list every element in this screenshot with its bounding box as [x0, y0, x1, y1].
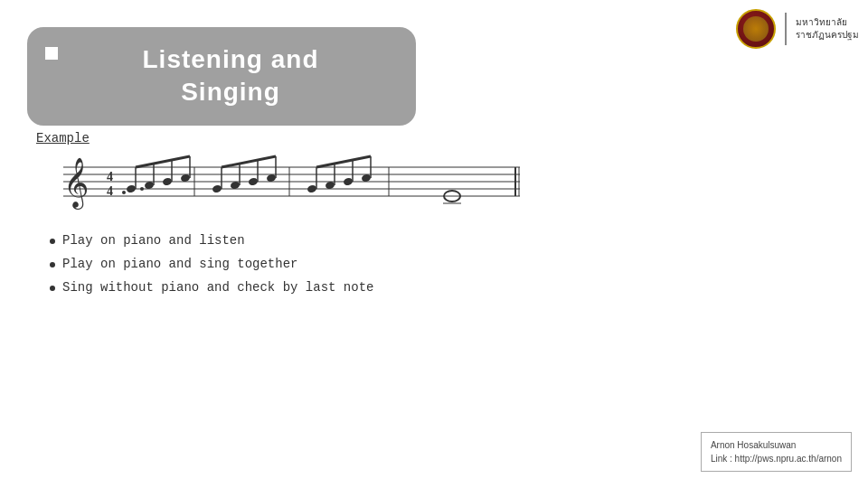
- footer-link: Link : http://pws.npru.ac.th/arnon: [711, 452, 842, 465]
- banner-title-line1: Listening and: [143, 43, 319, 76]
- svg-point-26: [248, 177, 259, 186]
- music-notation-svg: 𝄞 4 4: [36, 154, 524, 217]
- logo-divider: [785, 13, 787, 45]
- header-banner: Listening and Singing: [27, 27, 416, 126]
- bullet-icon: [50, 239, 55, 244]
- music-staff: 𝄞 4 4: [36, 154, 524, 217]
- svg-point-17: [162, 177, 173, 186]
- svg-point-42: [122, 191, 126, 194]
- university-name: มหาวิทยาลัย ราชภัฏนครปฐม: [796, 16, 859, 42]
- bullet-icon: [50, 286, 55, 291]
- svg-text:𝄞: 𝄞: [63, 157, 89, 210]
- svg-line-30: [222, 156, 276, 167]
- svg-point-43: [140, 187, 144, 191]
- svg-line-21: [136, 156, 190, 167]
- svg-point-31: [307, 184, 317, 193]
- banner-title-line2: Singing: [181, 76, 280, 108]
- logo-icon: [736, 9, 776, 49]
- svg-point-22: [212, 184, 222, 193]
- svg-line-39: [316, 156, 371, 167]
- svg-point-13: [126, 184, 137, 193]
- footer-info-box: Arnon Hosakulsuwan Link : http://pws.npr…: [701, 432, 852, 472]
- bullet-list: Play on piano and listen Play on piano a…: [50, 233, 373, 304]
- example-label: Example: [36, 131, 90, 145]
- banner-bullet-icon: [45, 47, 58, 60]
- list-item: Play on piano and listen: [50, 233, 373, 248]
- svg-point-35: [343, 177, 354, 186]
- footer-author: Arnon Hosakulsuwan: [711, 438, 842, 452]
- svg-text:4: 4: [107, 184, 113, 198]
- list-item: Play on piano and sing together: [50, 257, 373, 271]
- svg-text:4: 4: [107, 170, 113, 183]
- bullet-icon: [50, 262, 55, 267]
- list-item: Sing without piano and check by last not…: [50, 280, 373, 295]
- university-logo: มหาวิทยาลัย ราชภัฏนครปฐม: [736, 9, 859, 49]
